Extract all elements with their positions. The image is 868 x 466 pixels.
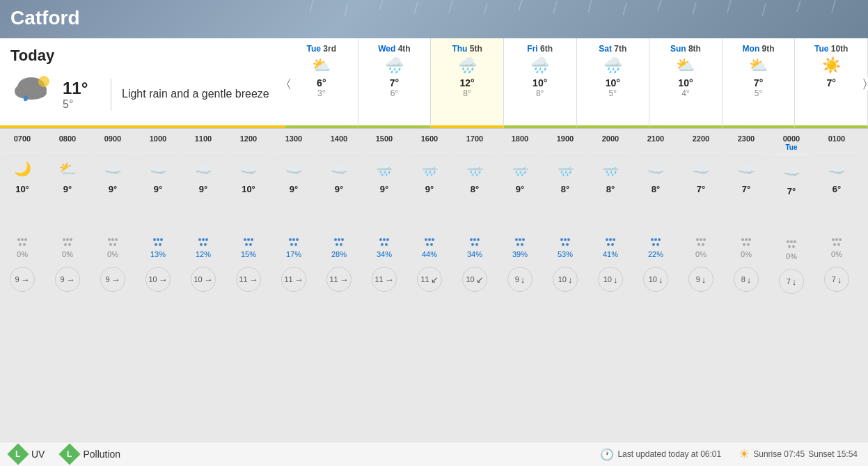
hour-icon-8: 🌧️ <box>363 156 405 180</box>
forecast-day-1[interactable]: Wed 4th 🌧️ 7° 6° <box>358 38 432 128</box>
svg-point-100 <box>703 238 706 241</box>
forecast-day-7[interactable]: Tue 10th ☀️ 7° <box>795 38 868 128</box>
forecast-day-5[interactable]: Sun 8th ⛅ 10° 4° <box>649 38 723 128</box>
wind-arrow-5: → <box>249 274 258 285</box>
wind-arrow-3: → <box>159 274 168 285</box>
wind-arrow-12: ↓ <box>568 274 573 285</box>
forecast-day-6[interactable]: Mon 9th ⛅ 7° 5° <box>723 38 796 128</box>
hour-high-11: 9° <box>499 184 541 198</box>
hour-col-11: 1800 🌧️ 9° 39% 9↓ <box>498 129 543 300</box>
forecast-day-icon-1: 🌧️ <box>363 56 427 75</box>
svg-point-47 <box>204 243 207 246</box>
forecast-day-low-2: 8° <box>435 88 499 98</box>
svg-point-38 <box>153 238 156 241</box>
forecast-day-name-4: Sat 7th <box>581 44 645 54</box>
bottom-section: L UV L Pollution 🕐 Last updated today at… <box>0 442 868 466</box>
hour-high-16: 7° <box>725 184 767 198</box>
hour-icon-11: 🌧️ <box>499 156 541 180</box>
hour-col-4: 1100 ☁️ 9° 12% 10→ <box>181 129 226 300</box>
hour-icon-9: 🌧️ <box>409 156 450 180</box>
svg-point-86 <box>562 243 565 246</box>
svg-point-43 <box>198 238 201 241</box>
forecast-day-low-0: 3° <box>290 88 354 98</box>
svg-point-44 <box>202 238 205 241</box>
hour-precip-icon-0 <box>1 233 43 250</box>
hour-col-3: 1000 ☁️ 9° 13% 10→ <box>136 129 181 300</box>
hour-precip-pct-3: 13% <box>137 250 179 264</box>
svg-point-33 <box>108 238 111 241</box>
hour-icon-10: 🌧️ <box>454 156 496 180</box>
hour-low-17 <box>771 200 812 214</box>
hour-precip-pct-0: 0% <box>1 250 43 264</box>
clock-icon: 🕐 <box>600 448 614 461</box>
hour-precip-icon-11 <box>499 233 541 250</box>
hour-precip-icon-9 <box>409 233 450 250</box>
hour-wind-2: 9→ <box>100 267 125 292</box>
hour-high-18: 6° <box>816 184 858 198</box>
hour-low-3 <box>137 198 179 212</box>
pollution-badge-icon: L <box>59 443 81 465</box>
forecast-scroll-right[interactable]: 〉 <box>862 76 868 91</box>
hour-label-8: 1500 <box>363 132 405 153</box>
forecast-day-2[interactable]: Thu 5th 🌧️ 12° 8° <box>431 38 504 128</box>
wind-speed-0: 9 <box>15 275 19 284</box>
hour-low-0 <box>1 198 43 212</box>
hour-low-13 <box>590 198 631 212</box>
forecast-day-4[interactable]: Sat 7th 🌧️ 10° 5° <box>577 38 650 128</box>
svg-point-92 <box>611 243 614 246</box>
hour-wind-12: 10↓ <box>553 267 578 292</box>
hour-label-11: 1800 <box>499 132 541 153</box>
svg-point-105 <box>748 238 751 241</box>
hour-precip-icon-13 <box>590 233 631 250</box>
svg-point-48 <box>244 238 246 241</box>
hour-col-8: 1500 🌧️ 9° 34% 11→ <box>362 129 407 300</box>
hour-icon-2: ☁️ <box>92 156 134 180</box>
hour-wind-1: 9→ <box>55 267 80 292</box>
hour-wind-16: 8↓ <box>734 267 759 292</box>
svg-point-49 <box>247 238 250 241</box>
hour-low-5 <box>228 198 269 212</box>
hour-low-12 <box>544 198 586 212</box>
city-title: Catford <box>0 0 868 36</box>
wind-speed-13: 10 <box>603 275 612 284</box>
hourly-scroll-area[interactable]: 0700 🌙 10° 0% 9→ 0800 ⛅ 9° 0% 9→ 0900 ☁️… <box>0 129 868 442</box>
hour-icon-1: ⛅ <box>47 156 88 180</box>
svg-point-85 <box>567 238 570 241</box>
hour-low-14 <box>635 198 677 212</box>
forecast-day-name-6: Mon 9th <box>727 44 791 54</box>
forecast-day-0[interactable]: Tue 3rd ⛅ 6° 3° <box>285 38 358 128</box>
svg-point-59 <box>338 238 340 241</box>
hour-col-7: 1400 ☁️ 9° 28% 11→ <box>317 129 362 300</box>
svg-point-76 <box>471 243 474 246</box>
wind-arrow-17: ↓ <box>792 277 797 287</box>
forecast-scroll-left[interactable]: 〈 <box>285 76 292 91</box>
forecast-day-icon-4: 🌧️ <box>581 56 645 75</box>
hour-high-4: 9° <box>182 184 224 198</box>
hour-wind-11: 9↓ <box>507 267 532 292</box>
svg-point-110 <box>794 240 796 243</box>
hour-wind-6: 11→ <box>281 267 306 292</box>
hour-precip-pct-16: 0% <box>725 250 767 264</box>
hour-col-14: 2100 ☁️ 8° 22% 10↓ <box>633 129 679 300</box>
hour-precip-pct-11: 39% <box>499 250 541 264</box>
hour-precip-icon-12 <box>544 233 586 250</box>
hour-precip-icon-8 <box>363 233 405 250</box>
hour-low-8 <box>363 198 405 212</box>
sunrise-label: Sunrise 07:45 <box>753 449 805 459</box>
hour-precip-pct-14: 22% <box>635 250 677 264</box>
today-panel: Today <box>0 38 285 128</box>
hour-high-15: 7° <box>680 184 722 198</box>
hour-wind-14: 10↓ <box>643 267 668 292</box>
hour-precip-pct-12: 53% <box>544 250 586 264</box>
forecast-day-high-5: 10° <box>654 77 718 88</box>
hour-low-16 <box>725 198 767 212</box>
wind-speed-5: 11 <box>239 275 247 284</box>
hour-label-14: 2100 <box>635 132 677 153</box>
svg-point-46 <box>200 243 203 246</box>
hour-wind-0: 9→ <box>10 267 35 292</box>
svg-point-35 <box>115 238 118 241</box>
today-description: Light rain and a gentle breeze <box>122 86 269 102</box>
svg-point-99 <box>700 238 702 241</box>
svg-point-94 <box>654 238 657 241</box>
forecast-day-3[interactable]: Fri 6th 🌧️ 10° 8° <box>504 38 577 128</box>
